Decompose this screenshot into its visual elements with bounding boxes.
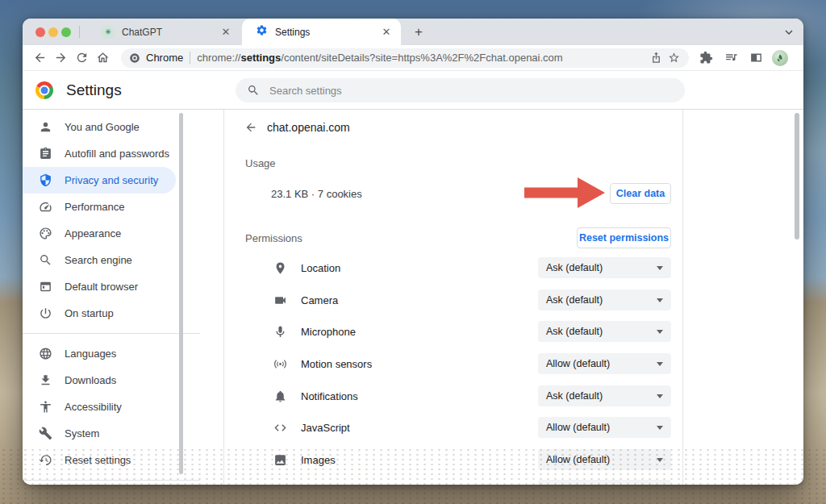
back-icon[interactable] xyxy=(29,48,50,69)
back-arrow-icon[interactable] xyxy=(242,119,260,136)
reload-icon[interactable] xyxy=(71,48,92,69)
sidebar-item-accessibility[interactable]: Accessibility xyxy=(23,394,176,420)
sidebar-item-performance[interactable]: Performance xyxy=(23,194,176,220)
close-tab-icon[interactable]: ✕ xyxy=(380,26,393,39)
avatar[interactable] xyxy=(772,50,788,66)
sidebar-item-default-browser[interactable]: Default browser xyxy=(23,273,176,300)
person-icon xyxy=(39,120,52,134)
sidebar-item-reset-settings[interactable]: Reset settings xyxy=(23,447,176,473)
sidebar-item-languages[interactable]: Languages xyxy=(23,340,176,367)
page-scrollbar[interactable] xyxy=(795,113,799,240)
palette-icon xyxy=(39,227,52,240)
search-icon xyxy=(247,84,260,97)
tab-search-chevron-icon[interactable] xyxy=(782,26,795,39)
partial-next-dropdown xyxy=(538,480,671,485)
sidebar-divider xyxy=(23,480,200,481)
permission-row-images: Images Allow (default) xyxy=(224,449,682,470)
new-tab-button[interactable]: + xyxy=(411,24,427,40)
power-icon xyxy=(39,306,52,320)
image-icon xyxy=(273,453,287,467)
settings-search[interactable] xyxy=(236,78,685,102)
sidebar-scrollbar[interactable] xyxy=(179,113,183,474)
camera-permission-dropdown[interactable]: Ask (default) xyxy=(538,289,671,310)
sidebar-item-autofill[interactable]: Autofill and passwords xyxy=(23,140,176,167)
permission-row-microphone: Microphone Ask (default) xyxy=(224,321,682,342)
settings-page: You and Google Autofill and passwords Pr… xyxy=(23,110,803,485)
browser-window: ✳ ChatGPT ✕ Settings ✕ + xyxy=(23,19,803,485)
side-panel-icon[interactable] xyxy=(747,49,765,67)
permission-row-camera: Camera Ask (default) xyxy=(224,289,682,310)
search-input[interactable] xyxy=(269,85,674,97)
motion-sensors-permission-dropdown[interactable]: Allow (default) xyxy=(538,353,671,374)
tab-settings[interactable]: Settings ✕ xyxy=(242,19,401,45)
reset-permissions-button[interactable]: Reset permissions xyxy=(577,227,671,248)
chevron-down-icon xyxy=(657,298,663,302)
tab-chatgpt[interactable]: ✳ ChatGPT ✕ xyxy=(81,19,240,45)
shield-icon xyxy=(39,173,52,187)
menu-kebab-icon[interactable] xyxy=(795,49,803,67)
desktop-background: ✳ ChatGPT ✕ Settings ✕ + xyxy=(0,0,826,504)
notifications-permission-dropdown[interactable]: Ask (default) xyxy=(538,385,671,406)
chrome-badge-icon xyxy=(129,52,140,64)
product-label: Chrome xyxy=(146,52,183,64)
chevron-down-icon xyxy=(657,362,663,366)
chatgpt-favicon: ✳ xyxy=(102,26,115,39)
sidebar-item-you-and-google[interactable]: You and Google xyxy=(23,114,176,140)
clipboard-icon xyxy=(39,147,52,160)
share-icon[interactable] xyxy=(647,49,665,67)
download-icon xyxy=(39,373,52,387)
sidebar-item-downloads[interactable]: Downloads xyxy=(23,367,176,394)
usage-value: 23.1 KB · 7 cookies xyxy=(271,188,362,200)
permission-row-location: Location Ask (default) xyxy=(224,257,682,278)
site-details-card: chat.openai.com Usage 23.1 KB · 7 cookie… xyxy=(223,110,683,485)
globe-icon xyxy=(39,347,52,360)
microphone-permission-dropdown[interactable]: Ask (default) xyxy=(538,321,671,342)
clear-data-button[interactable]: Clear data xyxy=(610,183,671,204)
settings-sidebar: You and Google Autofill and passwords Pr… xyxy=(23,110,200,485)
url-path: /content/siteDetails?site=https%3A%2F%2F… xyxy=(281,52,562,64)
wrench-icon xyxy=(39,427,52,440)
site-name: chat.openai.com xyxy=(267,121,350,134)
tab-separator xyxy=(79,26,80,38)
sidebar-item-search-engine[interactable]: Search engine xyxy=(23,247,176,273)
sidebar-item-on-startup[interactable]: On startup xyxy=(23,300,176,327)
images-permission-dropdown[interactable]: Allow (default) xyxy=(538,449,671,470)
javascript-permission-dropdown[interactable]: Allow (default) xyxy=(538,417,671,438)
chevron-down-icon xyxy=(657,330,663,334)
permission-row-motion-sensors: Motion sensors Allow (default) xyxy=(224,353,682,374)
url-text: chrome://settings/content/siteDetails?si… xyxy=(197,52,647,64)
close-traffic-light[interactable] xyxy=(35,27,45,37)
minimize-traffic-light[interactable] xyxy=(48,27,58,37)
forward-icon[interactable] xyxy=(50,48,71,69)
url-host: settings xyxy=(240,52,281,64)
close-tab-icon[interactable]: ✕ xyxy=(219,26,232,39)
chrome-logo xyxy=(35,81,53,99)
bell-icon xyxy=(273,389,287,403)
permission-row-notifications: Notifications Ask (default) xyxy=(224,385,682,406)
annotation-arrow xyxy=(524,177,605,208)
chevron-down-icon xyxy=(657,394,663,398)
speedometer-icon xyxy=(39,200,52,214)
star-icon[interactable] xyxy=(665,49,682,67)
address-bar[interactable]: Chrome chrome://settings/content/siteDet… xyxy=(121,48,689,68)
sidebar-item-privacy-and-security[interactable]: Privacy and security xyxy=(23,167,176,194)
location-permission-dropdown[interactable]: Ask (default) xyxy=(538,257,671,278)
url-scheme: chrome:// xyxy=(197,52,240,64)
settings-header: Settings xyxy=(23,71,803,110)
zoom-traffic-light[interactable] xyxy=(61,27,71,37)
magnifier-icon xyxy=(39,253,52,267)
permissions-section-label: Permissions xyxy=(245,232,302,244)
chevron-down-icon xyxy=(657,458,663,462)
home-icon[interactable] xyxy=(92,48,113,69)
browser-toolbar: Chrome chrome://settings/content/siteDet… xyxy=(23,45,803,71)
tab-strip: ✳ ChatGPT ✕ Settings ✕ + xyxy=(23,19,803,45)
sidebar-item-appearance[interactable]: Appearance xyxy=(23,220,176,247)
tab-title: Settings xyxy=(275,27,380,38)
browser-window-icon xyxy=(39,280,52,294)
media-controls-icon[interactable] xyxy=(722,49,740,67)
accessibility-icon xyxy=(39,400,52,414)
sidebar-item-system[interactable]: System xyxy=(23,420,176,447)
extensions-puzzle-icon[interactable] xyxy=(697,49,715,67)
location-pin-icon xyxy=(273,261,287,275)
omnibox-divider xyxy=(190,52,190,64)
